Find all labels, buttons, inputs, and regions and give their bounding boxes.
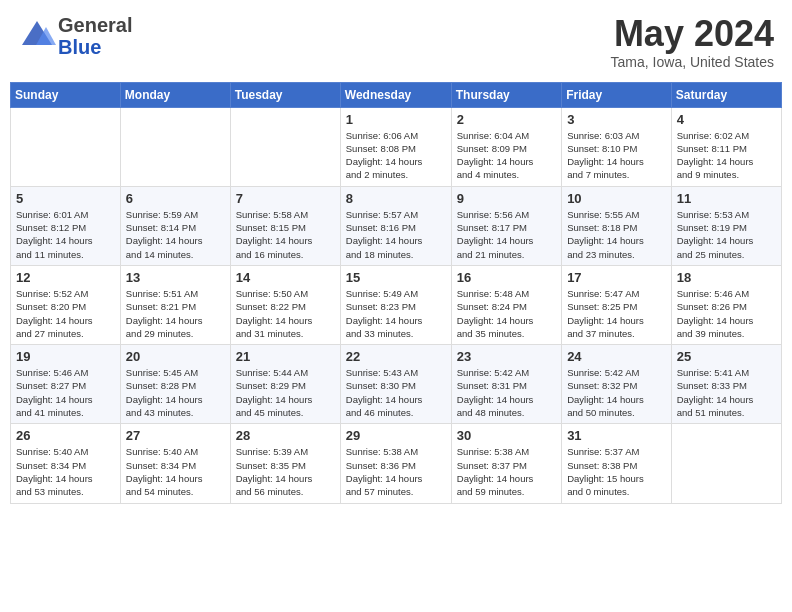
calendar-cell-1-6: 11Sunrise: 5:53 AMSunset: 8:19 PMDayligh… bbox=[671, 186, 781, 265]
day-info: Sunrise: 5:40 AMSunset: 8:34 PMDaylight:… bbox=[16, 445, 115, 498]
calendar-cell-2-2: 14Sunrise: 5:50 AMSunset: 8:22 PMDayligh… bbox=[230, 265, 340, 344]
col-monday: Monday bbox=[120, 82, 230, 107]
col-friday: Friday bbox=[562, 82, 672, 107]
col-sunday: Sunday bbox=[11, 82, 121, 107]
day-number: 8 bbox=[346, 191, 446, 206]
day-number: 14 bbox=[236, 270, 335, 285]
day-number: 30 bbox=[457, 428, 556, 443]
day-info: Sunrise: 5:50 AMSunset: 8:22 PMDaylight:… bbox=[236, 287, 335, 340]
calendar-body: 1Sunrise: 6:06 AMSunset: 8:08 PMDaylight… bbox=[11, 107, 782, 503]
calendar-cell-0-2 bbox=[230, 107, 340, 186]
logo-icon bbox=[18, 17, 56, 55]
calendar-cell-4-1: 27Sunrise: 5:40 AMSunset: 8:34 PMDayligh… bbox=[120, 424, 230, 503]
day-info: Sunrise: 5:44 AMSunset: 8:29 PMDaylight:… bbox=[236, 366, 335, 419]
day-info: Sunrise: 5:46 AMSunset: 8:27 PMDaylight:… bbox=[16, 366, 115, 419]
calendar-cell-1-0: 5Sunrise: 6:01 AMSunset: 8:12 PMDaylight… bbox=[11, 186, 121, 265]
calendar-cell-4-6 bbox=[671, 424, 781, 503]
day-info: Sunrise: 5:38 AMSunset: 8:36 PMDaylight:… bbox=[346, 445, 446, 498]
day-info: Sunrise: 5:38 AMSunset: 8:37 PMDaylight:… bbox=[457, 445, 556, 498]
week-row-3: 12Sunrise: 5:52 AMSunset: 8:20 PMDayligh… bbox=[11, 265, 782, 344]
page-header: General Blue May 2024 Tama, Iowa, United… bbox=[10, 10, 782, 74]
calendar-cell-3-2: 21Sunrise: 5:44 AMSunset: 8:29 PMDayligh… bbox=[230, 345, 340, 424]
day-number: 10 bbox=[567, 191, 666, 206]
day-info: Sunrise: 5:52 AMSunset: 8:20 PMDaylight:… bbox=[16, 287, 115, 340]
day-info: Sunrise: 5:43 AMSunset: 8:30 PMDaylight:… bbox=[346, 366, 446, 419]
day-info: Sunrise: 5:42 AMSunset: 8:32 PMDaylight:… bbox=[567, 366, 666, 419]
calendar-cell-2-4: 16Sunrise: 5:48 AMSunset: 8:24 PMDayligh… bbox=[451, 265, 561, 344]
week-row-5: 26Sunrise: 5:40 AMSunset: 8:34 PMDayligh… bbox=[11, 424, 782, 503]
day-info: Sunrise: 6:03 AMSunset: 8:10 PMDaylight:… bbox=[567, 129, 666, 182]
col-tuesday: Tuesday bbox=[230, 82, 340, 107]
day-info: Sunrise: 5:55 AMSunset: 8:18 PMDaylight:… bbox=[567, 208, 666, 261]
day-info: Sunrise: 6:06 AMSunset: 8:08 PMDaylight:… bbox=[346, 129, 446, 182]
week-row-1: 1Sunrise: 6:06 AMSunset: 8:08 PMDaylight… bbox=[11, 107, 782, 186]
day-number: 24 bbox=[567, 349, 666, 364]
logo-general-text: General bbox=[58, 14, 132, 36]
day-number: 19 bbox=[16, 349, 115, 364]
calendar-cell-3-1: 20Sunrise: 5:45 AMSunset: 8:28 PMDayligh… bbox=[120, 345, 230, 424]
logo-blue-text: Blue bbox=[58, 36, 132, 58]
calendar-cell-4-2: 28Sunrise: 5:39 AMSunset: 8:35 PMDayligh… bbox=[230, 424, 340, 503]
day-info: Sunrise: 5:53 AMSunset: 8:19 PMDaylight:… bbox=[677, 208, 776, 261]
week-row-2: 5Sunrise: 6:01 AMSunset: 8:12 PMDaylight… bbox=[11, 186, 782, 265]
day-number: 9 bbox=[457, 191, 556, 206]
day-info: Sunrise: 5:56 AMSunset: 8:17 PMDaylight:… bbox=[457, 208, 556, 261]
calendar-header-row: Sunday Monday Tuesday Wednesday Thursday… bbox=[11, 82, 782, 107]
calendar-cell-4-4: 30Sunrise: 5:38 AMSunset: 8:37 PMDayligh… bbox=[451, 424, 561, 503]
day-number: 27 bbox=[126, 428, 225, 443]
day-number: 3 bbox=[567, 112, 666, 127]
day-info: Sunrise: 5:51 AMSunset: 8:21 PMDaylight:… bbox=[126, 287, 225, 340]
location-label: Tama, Iowa, United States bbox=[611, 54, 774, 70]
calendar-cell-1-4: 9Sunrise: 5:56 AMSunset: 8:17 PMDaylight… bbox=[451, 186, 561, 265]
col-thursday: Thursday bbox=[451, 82, 561, 107]
calendar-cell-3-0: 19Sunrise: 5:46 AMSunset: 8:27 PMDayligh… bbox=[11, 345, 121, 424]
calendar-cell-3-5: 24Sunrise: 5:42 AMSunset: 8:32 PMDayligh… bbox=[562, 345, 672, 424]
calendar-cell-1-2: 7Sunrise: 5:58 AMSunset: 8:15 PMDaylight… bbox=[230, 186, 340, 265]
logo-name: General Blue bbox=[58, 14, 132, 58]
title-block: May 2024 Tama, Iowa, United States bbox=[611, 14, 774, 70]
calendar-cell-2-0: 12Sunrise: 5:52 AMSunset: 8:20 PMDayligh… bbox=[11, 265, 121, 344]
calendar-cell-0-3: 1Sunrise: 6:06 AMSunset: 8:08 PMDaylight… bbox=[340, 107, 451, 186]
month-title: May 2024 bbox=[611, 14, 774, 54]
day-info: Sunrise: 5:45 AMSunset: 8:28 PMDaylight:… bbox=[126, 366, 225, 419]
calendar-cell-0-6: 4Sunrise: 6:02 AMSunset: 8:11 PMDaylight… bbox=[671, 107, 781, 186]
day-number: 20 bbox=[126, 349, 225, 364]
day-number: 7 bbox=[236, 191, 335, 206]
day-info: Sunrise: 6:01 AMSunset: 8:12 PMDaylight:… bbox=[16, 208, 115, 261]
calendar-cell-2-5: 17Sunrise: 5:47 AMSunset: 8:25 PMDayligh… bbox=[562, 265, 672, 344]
day-info: Sunrise: 5:59 AMSunset: 8:14 PMDaylight:… bbox=[126, 208, 225, 261]
calendar-cell-2-3: 15Sunrise: 5:49 AMSunset: 8:23 PMDayligh… bbox=[340, 265, 451, 344]
day-number: 15 bbox=[346, 270, 446, 285]
day-info: Sunrise: 5:48 AMSunset: 8:24 PMDaylight:… bbox=[457, 287, 556, 340]
col-saturday: Saturday bbox=[671, 82, 781, 107]
calendar-cell-4-3: 29Sunrise: 5:38 AMSunset: 8:36 PMDayligh… bbox=[340, 424, 451, 503]
week-row-4: 19Sunrise: 5:46 AMSunset: 8:27 PMDayligh… bbox=[11, 345, 782, 424]
day-number: 22 bbox=[346, 349, 446, 364]
calendar-cell-0-4: 2Sunrise: 6:04 AMSunset: 8:09 PMDaylight… bbox=[451, 107, 561, 186]
day-number: 23 bbox=[457, 349, 556, 364]
calendar-table: Sunday Monday Tuesday Wednesday Thursday… bbox=[10, 82, 782, 504]
day-number: 11 bbox=[677, 191, 776, 206]
calendar-cell-4-0: 26Sunrise: 5:40 AMSunset: 8:34 PMDayligh… bbox=[11, 424, 121, 503]
day-info: Sunrise: 5:57 AMSunset: 8:16 PMDaylight:… bbox=[346, 208, 446, 261]
day-number: 28 bbox=[236, 428, 335, 443]
calendar-cell-0-0 bbox=[11, 107, 121, 186]
day-number: 2 bbox=[457, 112, 556, 127]
day-number: 21 bbox=[236, 349, 335, 364]
calendar-cell-1-5: 10Sunrise: 5:55 AMSunset: 8:18 PMDayligh… bbox=[562, 186, 672, 265]
day-info: Sunrise: 5:37 AMSunset: 8:38 PMDaylight:… bbox=[567, 445, 666, 498]
calendar-cell-3-4: 23Sunrise: 5:42 AMSunset: 8:31 PMDayligh… bbox=[451, 345, 561, 424]
day-number: 31 bbox=[567, 428, 666, 443]
day-number: 25 bbox=[677, 349, 776, 364]
day-info: Sunrise: 6:04 AMSunset: 8:09 PMDaylight:… bbox=[457, 129, 556, 182]
day-info: Sunrise: 5:46 AMSunset: 8:26 PMDaylight:… bbox=[677, 287, 776, 340]
calendar-cell-2-6: 18Sunrise: 5:46 AMSunset: 8:26 PMDayligh… bbox=[671, 265, 781, 344]
day-number: 26 bbox=[16, 428, 115, 443]
day-number: 13 bbox=[126, 270, 225, 285]
calendar-cell-0-5: 3Sunrise: 6:03 AMSunset: 8:10 PMDaylight… bbox=[562, 107, 672, 186]
day-number: 18 bbox=[677, 270, 776, 285]
day-info: Sunrise: 6:02 AMSunset: 8:11 PMDaylight:… bbox=[677, 129, 776, 182]
calendar-cell-0-1 bbox=[120, 107, 230, 186]
calendar-cell-1-3: 8Sunrise: 5:57 AMSunset: 8:16 PMDaylight… bbox=[340, 186, 451, 265]
day-number: 16 bbox=[457, 270, 556, 285]
